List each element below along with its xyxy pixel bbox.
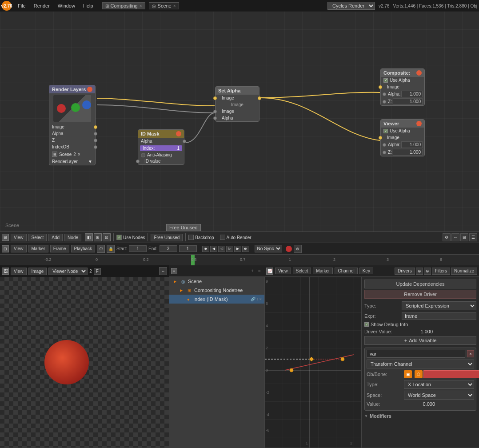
keyframe-icon[interactable]: ⊗	[294, 245, 302, 253]
node-render-layers[interactable]: Render Layers Image Alpha Z IndexOB	[49, 85, 96, 165]
viewer-alpha-value[interactable]: 1.000	[401, 141, 423, 148]
filters-btn[interactable]: Filters	[432, 268, 450, 275]
jump-end-btn[interactable]: ⏭	[242, 246, 249, 252]
viewer-icon1[interactable]: ↔	[159, 267, 167, 275]
viewer-image-btn[interactable]: Image	[28, 268, 47, 275]
timeline-frame[interactable]: Frame	[50, 245, 69, 252]
play-btn[interactable]: ▷	[226, 246, 233, 252]
graph-view-btn[interactable]: View	[275, 268, 291, 274]
viewer-use-alpha-checkbox[interactable]: ✓	[383, 129, 388, 133]
auto-render-toggle[interactable]: Auto Render	[220, 235, 251, 240]
jump-start-btn[interactable]: ⏮	[202, 246, 209, 252]
remove-driver-btn[interactable]: Remove Driver	[364, 290, 476, 299]
sync-icon[interactable]: 🔒	[107, 245, 115, 253]
viewer-z-value[interactable]: 1.000	[393, 149, 423, 156]
graph-editor-area[interactable]: 9 6 4 2 0 -2 -4 -6 1 2	[264, 277, 361, 448]
menu-help[interactable]: Help	[80, 2, 97, 9]
driver-x-icon[interactable]: ×	[259, 297, 262, 301]
scene-tree-add[interactable]: +	[249, 268, 255, 274]
viewer-node-select[interactable]: Viewer Node	[48, 268, 88, 275]
node-set-alpha[interactable]: Set Alpha Image Image Image Alpha	[215, 86, 259, 122]
node-editor[interactable]: Render Layers Image Alpha Z IndexOB	[0, 12, 479, 232]
prev-frame-btn[interactable]: ◀	[210, 246, 217, 252]
tree-index-id-mask[interactable]: ● Index (ID Mask) 🔗 ♪ ×	[169, 295, 264, 304]
current-frame-field[interactable]: 1	[179, 245, 197, 252]
fps-icon[interactable]: ⏱	[97, 245, 105, 253]
menu-window[interactable]: Window	[54, 2, 79, 9]
viewer-view-btn[interactable]: View	[11, 268, 27, 275]
view-menu[interactable]: View	[11, 234, 27, 241]
graph-editor-icon[interactable]: 📈	[266, 268, 273, 275]
use-nodes-toggle[interactable]: ✓ Use Nodes	[116, 235, 145, 240]
driver-audio-icon[interactable]: ♪	[256, 297, 259, 301]
transform-channel-select[interactable]: Transform Channel	[367, 360, 474, 368]
node-viewer[interactable]: Viewer ✓ Use Alpha Image Alpha: 1.000 Z:…	[380, 119, 425, 156]
driver-link-icon[interactable]: 🔗	[251, 297, 255, 301]
composite-z-value[interactable]: 1.000	[393, 98, 423, 105]
use-alpha-checkbox[interactable]: ✓	[383, 78, 388, 83]
timeline-marker[interactable]: Marker	[28, 245, 48, 252]
use-nodes-checkbox[interactable]: ✓	[116, 235, 122, 240]
menu-render[interactable]: Render	[30, 2, 53, 9]
drivers-btn[interactable]: Drivers	[395, 268, 415, 275]
timeline-playback[interactable]: Playback	[71, 245, 96, 252]
render-engine-dropdown[interactable]: Cycles Render	[327, 2, 375, 10]
toolbar-icon2[interactable]: ↔	[451, 233, 459, 241]
node-id-mask[interactable]: ID Mask Alpha Index: 1 Anti-Aliasing ID …	[138, 129, 184, 165]
viewer-editor-icon[interactable]: 🖼	[2, 268, 9, 275]
node-render-layers-close[interactable]	[87, 87, 92, 92]
tree-compositing-nodetree[interactable]: ▶ ⊞ Compositing Nodetree	[169, 286, 264, 295]
type-select[interactable]: Scripted Expression	[402, 301, 476, 310]
sync-dropdown[interactable]: No Sync	[255, 245, 282, 252]
record-btn[interactable]	[286, 246, 292, 252]
modifiers-header[interactable]: ▼ Modifiers	[364, 413, 476, 419]
f-badge[interactable]: F	[94, 268, 101, 275]
bone-name-input[interactable]	[423, 370, 479, 378]
backdrop-checkbox[interactable]	[188, 235, 194, 240]
toolbar-icon1[interactable]: ⚙	[443, 233, 451, 241]
node-id-mask-close[interactable]	[176, 131, 181, 136]
end-field[interactable]: 3	[160, 245, 177, 252]
timeline-icon[interactable]: ⊡	[2, 245, 9, 252]
play-reverse-btn[interactable]: ◁	[218, 246, 225, 252]
tab-compositing[interactable]: ⊞ Compositing ×	[102, 2, 145, 9]
normalize-btn[interactable]: Normalize	[451, 268, 477, 275]
free-unused-btn[interactable]: Free Unused	[151, 234, 183, 241]
editor-btn2[interactable]: ⊞	[94, 233, 102, 241]
graph-channel-btn[interactable]: Channel	[335, 268, 357, 274]
node-menu[interactable]: Node	[64, 234, 81, 241]
node-viewer-close[interactable]	[416, 121, 422, 126]
anti-aliasing-checkbox[interactable]	[141, 153, 145, 157]
auto-render-checkbox[interactable]	[220, 235, 225, 240]
toolbar-icon3[interactable]: ⊞	[460, 233, 468, 241]
graph-icon1[interactable]: ⊕	[416, 268, 423, 275]
next-frame-btn[interactable]: ▶	[234, 246, 241, 252]
editor-btn1[interactable]: ◧	[85, 233, 93, 241]
composite-alpha-value[interactable]: 1.000	[401, 91, 423, 97]
scene-tree-icon[interactable]: ≡	[171, 268, 177, 274]
menu-file[interactable]: File	[14, 2, 29, 9]
graph-canvas[interactable]: 9 6 4 2 0 -2 -4 -6 1 2	[265, 277, 361, 448]
node-composite-close[interactable]	[416, 70, 422, 76]
debug-checkbox-box[interactable]: ✓	[364, 322, 369, 327]
add-menu[interactable]: Add	[48, 234, 63, 241]
node-composite[interactable]: Composite: ✓ Use Alpha Image Alpha: 1.00…	[380, 68, 425, 106]
tree-scene[interactable]: ▶ ◎ Scene	[169, 277, 264, 286]
timeline-view[interactable]: View	[11, 245, 27, 252]
scene-tree-options[interactable]: ≡	[256, 268, 263, 274]
var-name-input[interactable]: var	[367, 350, 465, 358]
graph-icon2[interactable]: ⊗	[424, 268, 431, 275]
graph-select-btn[interactable]: Select	[293, 268, 311, 274]
index-badge[interactable]: Index: 1	[140, 145, 182, 151]
editor-btn3[interactable]: ⊡	[103, 233, 111, 241]
graph-key-btn[interactable]: Key	[359, 268, 373, 274]
var-delete-btn[interactable]: ×	[467, 350, 474, 357]
tab-scene[interactable]: ◎ Scene ×	[149, 2, 179, 9]
timeline-ruler[interactable]: -0.2 0 0.2 0.5 0.7 1 2 3 6	[0, 255, 479, 265]
space-select[interactable]: World Space	[404, 391, 474, 400]
backdrop-toggle[interactable]: Backdrop	[188, 235, 214, 240]
node-editor-icon[interactable]: ⊞	[2, 234, 9, 241]
expr-input[interactable]: frame	[402, 312, 476, 320]
update-dependencies-btn[interactable]: Update Dependencies	[364, 280, 476, 288]
show-debug-checkbox[interactable]: ✓ Show Debug Info	[364, 322, 408, 327]
